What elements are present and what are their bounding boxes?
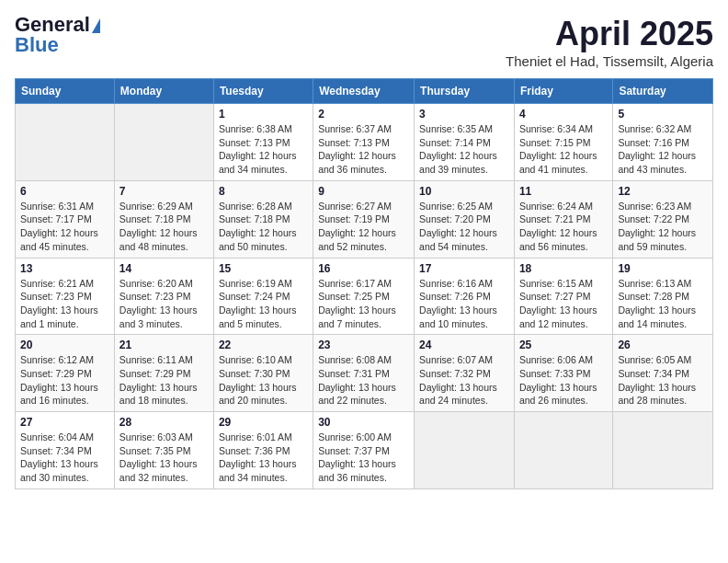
- day-info: Sunrise: 6:06 AM Sunset: 7:33 PM Dayligh…: [519, 353, 608, 408]
- logo: General Blue: [15, 15, 100, 55]
- day-info: Sunrise: 6:38 AM Sunset: 7:13 PM Dayligh…: [219, 122, 308, 177]
- calendar-cell: 8Sunrise: 6:28 AM Sunset: 7:18 PM Daylig…: [213, 180, 313, 258]
- calendar-cell: 2Sunrise: 6:37 AM Sunset: 7:13 PM Daylig…: [313, 104, 415, 181]
- day-number: 4: [519, 108, 608, 121]
- calendar-title: April 2025: [506, 15, 713, 53]
- day-number: 29: [219, 416, 308, 429]
- day-number: 9: [318, 185, 409, 198]
- calendar-subtitle: Theniet el Had, Tissemsilt, Algeria: [506, 53, 713, 69]
- day-info: Sunrise: 6:21 AM Sunset: 7:23 PM Dayligh…: [20, 277, 109, 331]
- weekday-header: Friday: [514, 79, 612, 104]
- day-number: 16: [318, 262, 409, 275]
- day-number: 20: [20, 339, 109, 351]
- calendar-cell: 26Sunrise: 6:05 AM Sunset: 7:34 PM Dayli…: [613, 335, 713, 412]
- calendar-cell: [415, 412, 515, 489]
- day-number: 17: [419, 262, 509, 275]
- weekday-header: Saturday: [613, 79, 713, 104]
- day-info: Sunrise: 6:23 AM Sunset: 7:22 PM Dayligh…: [618, 200, 708, 254]
- day-info: Sunrise: 6:04 AM Sunset: 7:34 PM Dayligh…: [20, 431, 109, 485]
- calendar-cell: 20Sunrise: 6:12 AM Sunset: 7:29 PM Dayli…: [16, 335, 115, 412]
- day-number: 24: [419, 339, 509, 351]
- day-number: 18: [519, 262, 608, 275]
- day-info: Sunrise: 6:03 AM Sunset: 7:35 PM Dayligh…: [119, 431, 209, 485]
- calendar-table: SundayMondayTuesdayWednesdayThursdayFrid…: [15, 78, 713, 489]
- weekday-header: Monday: [114, 79, 213, 104]
- calendar-week-row: 27Sunrise: 6:04 AM Sunset: 7:34 PM Dayli…: [16, 412, 713, 489]
- weekday-header: Sunday: [16, 79, 115, 104]
- calendar-cell: 21Sunrise: 6:11 AM Sunset: 7:29 PM Dayli…: [114, 335, 213, 412]
- calendar-cell: 10Sunrise: 6:25 AM Sunset: 7:20 PM Dayli…: [415, 180, 515, 258]
- day-number: 12: [618, 185, 708, 198]
- day-number: 30: [318, 416, 409, 429]
- weekday-header: Tuesday: [213, 79, 313, 104]
- calendar-cell: 29Sunrise: 6:01 AM Sunset: 7:36 PM Dayli…: [213, 412, 313, 489]
- day-info: Sunrise: 6:08 AM Sunset: 7:31 PM Dayligh…: [318, 353, 409, 408]
- calendar-cell: 1Sunrise: 6:38 AM Sunset: 7:13 PM Daylig…: [213, 104, 313, 181]
- calendar-cell: [613, 412, 713, 489]
- day-number: 1: [219, 108, 308, 121]
- calendar-week-row: 6Sunrise: 6:31 AM Sunset: 7:17 PM Daylig…: [16, 180, 713, 258]
- day-number: 27: [20, 416, 109, 429]
- calendar-cell: [114, 104, 213, 181]
- calendar-week-row: 20Sunrise: 6:12 AM Sunset: 7:29 PM Dayli…: [16, 335, 713, 412]
- day-number: 19: [618, 262, 708, 275]
- day-number: 15: [219, 262, 308, 275]
- day-number: 6: [20, 185, 109, 198]
- calendar-cell: [514, 412, 612, 489]
- calendar-cell: 7Sunrise: 6:29 AM Sunset: 7:18 PM Daylig…: [114, 180, 213, 258]
- day-info: Sunrise: 6:28 AM Sunset: 7:18 PM Dayligh…: [219, 200, 308, 254]
- day-number: 8: [219, 185, 308, 198]
- title-area: April 2025 Theniet el Had, Tissemsilt, A…: [506, 15, 713, 69]
- day-number: 22: [219, 339, 308, 351]
- day-info: Sunrise: 6:05 AM Sunset: 7:34 PM Dayligh…: [618, 353, 708, 408]
- calendar-week-row: 13Sunrise: 6:21 AM Sunset: 7:23 PM Dayli…: [16, 258, 713, 335]
- calendar-cell: [16, 104, 115, 181]
- day-info: Sunrise: 6:16 AM Sunset: 7:26 PM Dayligh…: [419, 277, 509, 331]
- day-number: 2: [318, 108, 409, 121]
- calendar-cell: 16Sunrise: 6:17 AM Sunset: 7:25 PM Dayli…: [313, 258, 415, 335]
- day-number: 25: [519, 339, 608, 351]
- page-header: General Blue April 2025 Theniet el Had, …: [15, 15, 713, 69]
- calendar-cell: 17Sunrise: 6:16 AM Sunset: 7:26 PM Dayli…: [415, 258, 515, 335]
- logo-blue: Blue: [15, 35, 59, 55]
- day-info: Sunrise: 6:01 AM Sunset: 7:36 PM Dayligh…: [219, 431, 308, 485]
- calendar-cell: 3Sunrise: 6:35 AM Sunset: 7:14 PM Daylig…: [415, 104, 515, 181]
- calendar-cell: 22Sunrise: 6:10 AM Sunset: 7:30 PM Dayli…: [213, 335, 313, 412]
- day-info: Sunrise: 6:35 AM Sunset: 7:14 PM Dayligh…: [419, 122, 509, 177]
- day-number: 5: [618, 108, 708, 121]
- day-number: 13: [20, 262, 109, 275]
- day-info: Sunrise: 6:27 AM Sunset: 7:19 PM Dayligh…: [318, 200, 409, 254]
- calendar-cell: 4Sunrise: 6:34 AM Sunset: 7:15 PM Daylig…: [514, 104, 612, 181]
- calendar-cell: 30Sunrise: 6:00 AM Sunset: 7:37 PM Dayli…: [313, 412, 415, 489]
- day-info: Sunrise: 6:15 AM Sunset: 7:27 PM Dayligh…: [519, 277, 608, 331]
- day-info: Sunrise: 6:29 AM Sunset: 7:18 PM Dayligh…: [119, 200, 209, 254]
- calendar-cell: 14Sunrise: 6:20 AM Sunset: 7:23 PM Dayli…: [114, 258, 213, 335]
- day-number: 21: [119, 339, 209, 351]
- day-number: 3: [419, 108, 509, 121]
- day-number: 11: [519, 185, 608, 198]
- calendar-cell: 12Sunrise: 6:23 AM Sunset: 7:22 PM Dayli…: [613, 180, 713, 258]
- calendar-cell: 25Sunrise: 6:06 AM Sunset: 7:33 PM Dayli…: [514, 335, 612, 412]
- day-info: Sunrise: 6:20 AM Sunset: 7:23 PM Dayligh…: [119, 277, 209, 331]
- day-number: 26: [618, 339, 708, 351]
- weekday-header: Thursday: [415, 79, 515, 104]
- day-info: Sunrise: 6:31 AM Sunset: 7:17 PM Dayligh…: [20, 200, 109, 254]
- logo-general: General: [15, 15, 90, 35]
- calendar-cell: 23Sunrise: 6:08 AM Sunset: 7:31 PM Dayli…: [313, 335, 415, 412]
- calendar-cell: 15Sunrise: 6:19 AM Sunset: 7:24 PM Dayli…: [213, 258, 313, 335]
- day-info: Sunrise: 6:25 AM Sunset: 7:20 PM Dayligh…: [419, 200, 509, 254]
- day-info: Sunrise: 6:17 AM Sunset: 7:25 PM Dayligh…: [318, 277, 409, 331]
- day-info: Sunrise: 6:10 AM Sunset: 7:30 PM Dayligh…: [219, 353, 308, 408]
- day-info: Sunrise: 6:12 AM Sunset: 7:29 PM Dayligh…: [20, 353, 109, 408]
- logo-triangle-icon: [92, 18, 100, 33]
- day-number: 14: [119, 262, 209, 275]
- day-info: Sunrise: 6:32 AM Sunset: 7:16 PM Dayligh…: [618, 122, 708, 177]
- calendar-cell: 11Sunrise: 6:24 AM Sunset: 7:21 PM Dayli…: [514, 180, 612, 258]
- day-info: Sunrise: 6:07 AM Sunset: 7:32 PM Dayligh…: [419, 353, 509, 408]
- weekday-header: Wednesday: [313, 79, 415, 104]
- calendar-week-row: 1Sunrise: 6:38 AM Sunset: 7:13 PM Daylig…: [16, 104, 713, 181]
- day-number: 7: [119, 185, 209, 198]
- weekday-header-row: SundayMondayTuesdayWednesdayThursdayFrid…: [16, 79, 713, 104]
- day-number: 23: [318, 339, 409, 351]
- calendar-cell: 5Sunrise: 6:32 AM Sunset: 7:16 PM Daylig…: [613, 104, 713, 181]
